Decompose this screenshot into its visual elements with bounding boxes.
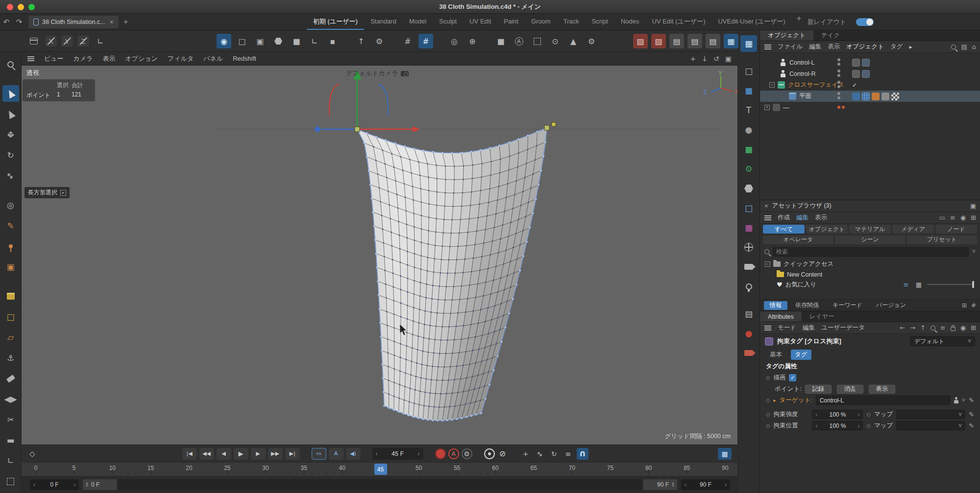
dolly-view-icon[interactable]: ↓ [702, 55, 708, 63]
tab-layers[interactable]: レイヤー [802, 311, 842, 322]
search-icon[interactable] [951, 45, 956, 49]
enabled-check-icon[interactable]: ✓ [852, 82, 857, 89]
menu-create[interactable]: 作成 [778, 213, 790, 222]
zoom-tool-icon[interactable] [2, 56, 19, 72]
close-window-button[interactable] [7, 4, 13, 10]
object-name[interactable]: Control-R [789, 70, 816, 77]
protection-tag-icon[interactable] [852, 70, 860, 78]
new-layout-button[interactable]: 新レイアウト [802, 14, 853, 30]
layout-tab[interactable]: Nodes [614, 14, 646, 30]
asset-browser-menu-icon[interactable] [764, 215, 771, 220]
modeling-settings-icon[interactable]: ⚙ [372, 34, 387, 48]
render-view-button[interactable]: ▨ [633, 34, 648, 48]
enable-axis-icon[interactable]: ◎ [447, 34, 462, 48]
cube-wire-icon[interactable]: □ [2, 308, 19, 325]
home-icon[interactable]: ⌂ [972, 43, 976, 50]
object-manager-menu-icon[interactable] [764, 45, 771, 49]
back-icon[interactable]: ← [900, 324, 905, 331]
material-editor-icon[interactable]: ▤ [740, 305, 757, 322]
copy-icon[interactable]: ⊞ [962, 302, 967, 309]
target-icon[interactable]: ◉ [960, 324, 966, 331]
menu-edit[interactable]: 編集 [796, 213, 808, 222]
edit-icon[interactable]: ✎ [969, 397, 974, 404]
list-view-icon[interactable]: ≡ [902, 281, 910, 288]
menu-camera[interactable]: カメラ [74, 54, 93, 63]
axis-center-icon[interactable]: ⊕ [465, 34, 480, 48]
simulation-tag-icon[interactable] [852, 93, 860, 100]
menu-view[interactable]: ビュー [44, 54, 64, 63]
perspective-viewport[interactable]: 透視 選択 合計 ポイント 1 121 デフォルトカメラ 長方形選択 [22, 66, 737, 445]
clay-sculpt-icon[interactable]: ● [740, 121, 757, 138]
object-axis-mode-icon[interactable]: ▣ [253, 34, 268, 48]
search-options-caret-icon[interactable]: ˅ [972, 248, 976, 255]
layout-tab[interactable]: Script [586, 14, 614, 30]
annotation-icon[interactable]: A [512, 34, 526, 48]
redo-icon[interactable]: ↷ [13, 18, 25, 26]
search-input[interactable] [773, 247, 969, 257]
visibility-dots[interactable] [837, 92, 840, 99]
collapse-icon[interactable]: − [769, 82, 775, 88]
volume-mode-icon[interactable]: ■ [289, 34, 304, 48]
folder-name[interactable]: New Content [787, 271, 822, 278]
key-diamond-icon[interactable]: ◇ [766, 411, 770, 418]
current-frame-field[interactable]: ‹45 F› [372, 448, 423, 460]
library-button[interactable]: ▤ [669, 34, 684, 48]
sound-button[interactable]: ◀) [346, 448, 361, 460]
cube-object-icon[interactable]: ■ [740, 82, 757, 99]
layout-tab[interactable]: Paint [497, 14, 525, 30]
list-icon[interactable]: ≡ [950, 214, 956, 221]
object-row[interactable]: − クロスサーフェイス ✓ [760, 79, 980, 91]
layout-toggle[interactable] [856, 18, 874, 26]
add-layout-button[interactable]: + [797, 14, 802, 30]
menu-filter[interactable]: フィルタ [168, 54, 194, 63]
toggle-panel-icon[interactable]: ▣ [725, 55, 732, 63]
menu-display[interactable]: 表示 [103, 54, 116, 63]
save-asset-button[interactable]: ▤ [706, 34, 720, 48]
visibility-dots[interactable] [837, 58, 840, 66]
parameter-key-icon[interactable]: ≡ [563, 448, 574, 460]
layout-tab[interactable]: 初期 (ユーザー) [307, 14, 364, 30]
frame-all-tool-icon[interactable] [2, 473, 19, 490]
position-map-dropdown[interactable]: ˅ [896, 421, 965, 430]
menu-more-icon[interactable]: ▸ [909, 43, 912, 50]
next-frame-button[interactable]: ▶ [251, 448, 266, 460]
display-tag-icon[interactable] [862, 70, 870, 78]
versions-tab[interactable]: バージョン [870, 301, 912, 310]
search-icon[interactable] [931, 326, 935, 330]
coordinate-system-icon[interactable]: ∟ [93, 34, 108, 48]
text-object-icon[interactable]: T [740, 102, 757, 118]
dependencies-tab[interactable]: 依存関係 [789, 301, 825, 310]
attributes-menu-icon[interactable] [764, 326, 771, 330]
knife-tool-icon[interactable]: ✂ [2, 411, 19, 428]
cube-primitive-icon[interactable] [2, 288, 19, 305]
layout-tab[interactable]: UV Edit [463, 14, 497, 30]
camera-label[interactable]: デフォルトカメラ [346, 69, 409, 78]
tab-takes[interactable]: テイク [813, 30, 848, 41]
edit-icon[interactable]: ✎ [969, 422, 974, 429]
dock-icon[interactable]: ▭ [939, 214, 945, 221]
panel-display-icon[interactable]: ▣ [970, 202, 976, 210]
constraint-tag-icon[interactable] [872, 93, 880, 100]
asset-folder-row[interactable]: − クイックアクセス [760, 259, 980, 269]
rotate-tool-icon[interactable]: ↻ [2, 147, 19, 164]
filter-tab-media[interactable]: メディア [892, 225, 934, 234]
expand-arrow-icon[interactable]: ▸ [773, 398, 776, 403]
object-name[interactable]: 平面 [799, 92, 811, 100]
list-icon[interactable]: ≡ [940, 324, 946, 331]
zoom-window-button[interactable] [28, 4, 35, 10]
autokey-button[interactable]: A [448, 448, 459, 459]
close-tab-icon[interactable]: × [110, 18, 114, 26]
cloth-mesh-render[interactable] [22, 66, 737, 445]
select-tool-icon[interactable] [2, 85, 19, 102]
menu-edit[interactable]: 編集 [809, 43, 821, 51]
preset-dropdown[interactable]: デフォルト ˅ [910, 336, 975, 346]
object-row[interactable]: Control-R [760, 68, 980, 79]
goto-end-button[interactable]: ▶| [285, 448, 300, 460]
range-end-spinner[interactable]: ‹90 F› [681, 479, 730, 490]
polygon-mode-icon[interactable] [271, 34, 286, 48]
menu-mode[interactable]: モード [778, 324, 796, 332]
layout-tab[interactable]: Standard [364, 14, 403, 30]
clear-points-button[interactable]: 消去 [837, 385, 863, 394]
reset-psr-icon[interactable]: ↑ [354, 34, 368, 48]
range-start-grip[interactable]: ‖0 F [83, 479, 117, 490]
